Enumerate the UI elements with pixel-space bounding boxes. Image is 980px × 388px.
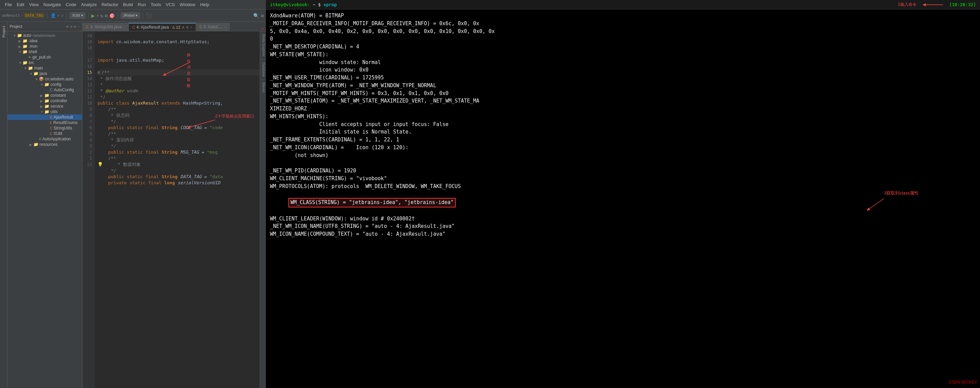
menu-window[interactable]: Window <box>178 2 197 8</box>
breadcrumb-project: axResult <box>2 13 20 18</box>
tree-config[interactable]: ▼ 📁 config <box>8 82 82 87</box>
project-tab[interactable]: Project <box>1 23 6 40</box>
folder-idea-icon: 📁 <box>22 38 28 43</box>
java-autoapplication-icon: A <box>39 137 41 141</box>
term-line-24: WM_CLIENT_LEADER(WINDOW): window id # 0x… <box>270 215 976 223</box>
tree-gitpull[interactable]: ▶ ✦ git_pull.sh <box>8 54 82 60</box>
tree-autoconfig[interactable]: ▶ C AutoConfig <box>8 87 82 93</box>
tree-shell[interactable]: ▼ 📁 shell <box>8 49 82 54</box>
code-line-23: 💡 * 数据对象 <box>97 162 260 168</box>
breadcrumb: axResult › DATA_TAG <box>2 13 45 18</box>
code-area[interactable]: 操作消息提醒 import cn.wisdom.auto.constant.Ht… <box>95 31 260 388</box>
tree-src[interactable]: ▼ 📁 src <box>8 60 82 65</box>
terminal-content[interactable]: XdndAware(ATOM) = BITMAP _MOTIF_DRAG_REC… <box>266 10 980 388</box>
line-num-8: 8 <box>83 112 94 119</box>
tab-ajaxresult-close[interactable]: × <box>190 25 192 29</box>
xutil-button[interactable]: XUtil ▾ <box>70 12 85 19</box>
menu-vcs[interactable]: VCS <box>164 2 177 8</box>
tab-stringutils-close[interactable]: × <box>123 25 125 29</box>
config-icon[interactable]: ⚙ <box>261 13 264 18</box>
tree-cn-wisdom[interactable]: ▼ 📦 cn.wisdom.auto <box>8 76 82 82</box>
search-icon[interactable]: 🔍 <box>253 13 259 18</box>
tree-utils[interactable]: ▼ 📁 utils <box>8 109 82 114</box>
reload-icon[interactable]: ↻ <box>100 13 103 18</box>
menu-bar: File Edit View Navigate Code Analyze Ref… <box>0 0 266 10</box>
folder-mvn-icon: 📁 <box>22 44 28 49</box>
stop-icon[interactable]: ⬛ <box>146 13 152 18</box>
panel-settings-icon[interactable]: ⚙ <box>74 24 76 29</box>
jrebel-button[interactable]: JRebel ▾ <box>121 12 140 19</box>
close-all-icon[interactable]: ✕ <box>261 26 264 31</box>
panel-collapse-icon[interactable]: ≡ <box>70 24 72 29</box>
menu-file[interactable]: File <box>3 2 14 8</box>
tab-ajaxresult[interactable]: C 4: AjaxResult.java ⚠ 12 ∧ ∨ × <box>129 23 196 31</box>
menu-navigate[interactable]: Navigate <box>41 2 63 8</box>
folder-shell-icon: 📁 <box>22 49 28 54</box>
java-str-icon: C <box>50 126 52 130</box>
tree-label-shell: shell <box>29 49 37 54</box>
database-tab[interactable]: Database <box>260 60 266 80</box>
tab-controls[interactable]: ∧ ∨ <box>182 25 189 30</box>
code-line-10: public class AjaxResult extends HashMap<… <box>97 100 260 106</box>
menu-tools[interactable]: Tools <box>149 2 163 8</box>
line-num-6: 6 <box>83 125 94 131</box>
tree-main[interactable]: ▼ 📁 main <box>8 65 82 71</box>
menu-code[interactable]: Code <box>64 2 78 8</box>
build-icon[interactable]: ⚡ <box>96 13 99 18</box>
run-button[interactable]: ▶ <box>91 12 95 19</box>
term-line-12: XIMIZED_HORZ <box>270 105 976 113</box>
editor-tabs: C 3: StringUtils.java × C 4: AjaxResult.… <box>83 22 266 31</box>
menu-build[interactable]: Build <box>121 2 135 8</box>
tree-xutil[interactable]: ▶ C XUtil <box>8 131 82 136</box>
line-numbers: 20 19 18 17 16 15 14 13 12 11 10 9 8 7 6 <box>83 31 95 388</box>
tree-path-root: ~/wisdom/auto <box>31 33 55 38</box>
menu-refactor[interactable]: Refactor <box>100 2 120 8</box>
term-line-6: window state: Normal <box>270 59 976 67</box>
editor-area: C 3: StringUtils.java × C 4: AjaxResult.… <box>83 22 266 388</box>
ide-panel: File Edit View Navigate Code Analyze Ref… <box>0 0 266 388</box>
tab-autoc-close[interactable]: × <box>224 25 226 29</box>
target-icon[interactable]: 🎯 <box>109 13 115 18</box>
tree-root[interactable]: ▼ 📁 auto ~/wisdom/auto <box>8 33 82 38</box>
tab-autoc[interactable]: C 5: AutoC... × <box>196 23 230 31</box>
redis-explorer-tab[interactable]: Redis Explorer <box>260 31 266 60</box>
settings-icon[interactable]: ⚙ <box>105 13 107 18</box>
maven-tab[interactable]: Maven <box>260 80 266 95</box>
tree-arrow-idea: ▶ <box>18 39 22 43</box>
line-num-2: 2 <box>83 149 94 155</box>
term-line-18: (not shown) <box>270 152 976 160</box>
tree-autoapplication[interactable]: ▶ A AutoApplication <box>8 136 82 142</box>
editor-tab-actions: ✕ <box>259 26 266 31</box>
line-num-18: 18 <box>83 45 94 51</box>
code-line-7: */ <box>97 119 260 125</box>
menu-edit[interactable]: Edit <box>15 2 26 8</box>
separator2 <box>67 12 67 19</box>
tree-mvn[interactable]: ▶ 📁 .mvn <box>8 44 82 49</box>
java-xutil-icon: C <box>50 131 52 136</box>
line-num-19: 19 <box>83 39 94 45</box>
tree-stringutils[interactable]: ▶ C StringUtils <box>8 125 82 131</box>
panel-sync-icon[interactable]: ⊕ <box>66 24 68 29</box>
folder-config-icon: 📁 <box>44 82 49 87</box>
tree-resultenums[interactable]: ▶ E ResultEnums <box>8 120 82 125</box>
code-line-5: /** <box>97 131 260 137</box>
menu-help[interactable]: Help <box>198 2 212 8</box>
menu-view[interactable]: View <box>27 2 41 8</box>
tree-label-root: auto <box>23 33 31 38</box>
tree-idea[interactable]: ▶ 📁 .idea <box>8 38 82 44</box>
tree-service[interactable]: ▶ 📁 service <box>8 104 82 109</box>
tree-label-autoconfig: AutoConfig <box>54 87 74 92</box>
line-num-14: 14 <box>83 76 94 82</box>
tab-stringutils[interactable]: C 3: StringUtils.java × <box>83 23 129 31</box>
term-line-10: _MOTIF_WM_HINTS(_MOTIF_WM_HINTS) = 0x3, … <box>270 90 976 97</box>
panel-minus-icon[interactable]: — <box>78 24 80 29</box>
tree-constant[interactable]: ▶ 📁 constant <box>8 93 82 98</box>
line-num-15: 15 <box>83 70 94 76</box>
tree-controller[interactable]: ▶ 📁 controller <box>8 98 82 104</box>
tree-java[interactable]: ▼ 📁 java <box>8 71 82 76</box>
tree-ajaxresult[interactable]: ▶ C AjaxResult <box>8 114 82 120</box>
term-line-16: _NET_FRAME_EXTENTS(CARDINAL) = 1, 1, 22,… <box>270 136 976 144</box>
menu-analyze[interactable]: Analyze <box>79 2 99 8</box>
tree-resources[interactable]: ▶ 📁 resources <box>8 142 82 147</box>
menu-run[interactable]: Run <box>136 2 148 8</box>
